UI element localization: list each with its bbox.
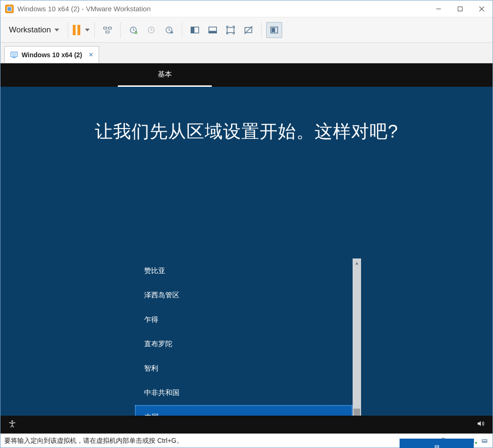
pause-icon <box>73 25 80 35</box>
console-view-button[interactable] <box>205 22 221 38</box>
svg-rect-1 <box>458 7 462 11</box>
separator <box>182 22 182 38</box>
region-item[interactable]: 乍得 <box>135 307 353 332</box>
tabstrip: Windows 10 x64 (2) × <box>0 43 493 63</box>
svg-rect-22 <box>12 53 16 56</box>
workstation-menu-label: Workstation <box>9 25 51 35</box>
svg-rect-37 <box>483 440 486 441</box>
svg-rect-6 <box>106 30 109 33</box>
region-listbox[interactable]: 赞比亚 泽西岛管区 乍得 直布罗陀 智利 中非共和国 中国 ▲ ▼ <box>135 258 361 426</box>
snapshot-manager-button[interactable] <box>161 22 177 38</box>
oobe-heading: 让我们先从区域设置开始。这样对吧? <box>0 120 493 144</box>
svg-rect-16 <box>227 27 234 32</box>
unity-mode-button[interactable] <box>240 22 256 38</box>
region-items: 赞比亚 泽西岛管区 乍得 直布罗陀 智利 中非共和国 中国 <box>135 258 353 426</box>
svg-rect-4 <box>104 27 107 29</box>
vm-icon <box>10 51 18 59</box>
send-ctrl-alt-del-button[interactable] <box>100 22 116 38</box>
volume-icon <box>477 419 485 428</box>
volume-button[interactable] <box>477 419 485 430</box>
pause-button[interactable] <box>73 25 90 35</box>
svg-rect-20 <box>272 28 275 32</box>
accessibility-icon <box>8 419 16 428</box>
svg-rect-13 <box>191 27 194 33</box>
window-title: Windows 10 x64 (2) - VMware Workstation <box>17 5 428 13</box>
status-hint: 要将输入定向到该虚拟机，请在虚拟机内部单击或按 Ctrl+G。 <box>4 437 183 445</box>
separator <box>120 22 121 38</box>
vm-tab[interactable]: Windows 10 x64 (2) × <box>4 46 99 63</box>
titlebar: Windows 10 x64 (2) - VMware Workstation <box>0 0 493 17</box>
vm-tab-label: Windows 10 x64 (2) <box>22 51 82 59</box>
region-label: 智利 <box>144 364 158 373</box>
guest-screen[interactable]: 基本 让我们先从区域设置开始。这样对吧? 赞比亚 泽西岛管区 乍得 直布罗陀 智… <box>0 63 493 433</box>
maximize-button[interactable] <box>449 0 471 17</box>
chevron-down-icon <box>54 29 59 31</box>
chevron-down-icon <box>85 29 90 31</box>
region-item[interactable]: 智利 <box>135 356 353 380</box>
region-label: 中非共和国 <box>144 388 179 397</box>
fullscreen-button[interactable] <box>223 22 239 38</box>
region-label: 泽西岛管区 <box>144 291 179 300</box>
ease-of-access-button[interactable] <box>8 419 16 430</box>
heading-zone: 让我们先从区域设置开始。这样对吧? <box>0 87 493 144</box>
svg-rect-5 <box>108 27 111 29</box>
svg-point-24 <box>11 420 13 422</box>
close-button[interactable] <box>471 0 493 17</box>
svg-rect-36 <box>482 439 487 443</box>
svg-rect-23 <box>13 57 15 58</box>
app-icon <box>5 5 14 13</box>
region-item[interactable]: 中非共和国 <box>135 380 353 405</box>
drive-icon[interactable] <box>480 437 489 445</box>
region-item[interactable]: 直布罗陀 <box>135 332 353 356</box>
tab-close-button[interactable]: × <box>89 51 93 59</box>
region-label: 乍得 <box>144 315 158 324</box>
oobe-top-bar: 基本 <box>0 63 493 87</box>
toolbar: Workstation <box>0 17 493 43</box>
snapshot-revert-button[interactable] <box>143 22 159 38</box>
separator <box>68 22 68 38</box>
region-label: 直布罗陀 <box>144 340 172 349</box>
region-item[interactable]: 赞比亚 <box>135 258 353 283</box>
vmware-window: Windows 10 x64 (2) - VMware Workstation … <box>0 0 493 448</box>
separator <box>261 22 262 38</box>
minimize-button[interactable] <box>428 0 449 17</box>
svg-rect-11 <box>170 31 173 33</box>
confirm-button-label: 是 <box>433 444 440 448</box>
scrollbar[interactable]: ▲ ▼ <box>353 258 361 426</box>
fit-guest-button[interactable] <box>187 22 203 38</box>
workstation-menu[interactable]: Workstation <box>5 23 63 38</box>
separator <box>94 22 95 38</box>
region-label: 赞比亚 <box>144 266 165 275</box>
oobe-tab-basic-label: 基本 <box>158 70 172 79</box>
thumbnail-toggle-button[interactable] <box>266 22 282 38</box>
region-item[interactable]: 泽西岛管区 <box>135 283 353 307</box>
window-controls <box>428 0 493 17</box>
scroll-up-button[interactable]: ▲ <box>353 258 361 267</box>
confirm-button[interactable]: 是 <box>400 439 474 448</box>
oobe-bottom-bar <box>0 416 493 433</box>
svg-point-35 <box>475 442 477 444</box>
snapshot-take-button[interactable] <box>125 22 141 38</box>
oobe-tab-basic[interactable]: 基本 <box>118 63 212 87</box>
svg-rect-15 <box>209 30 217 33</box>
